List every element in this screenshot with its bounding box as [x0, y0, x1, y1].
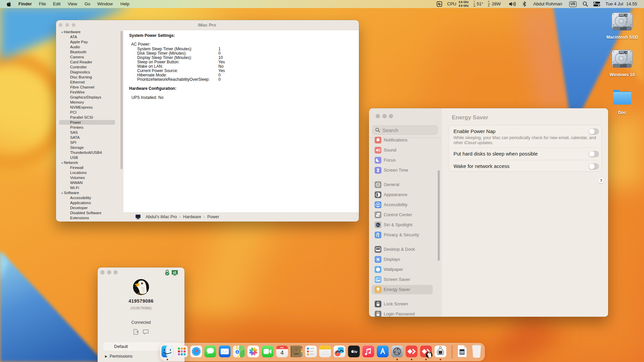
svg-text:JUL: JUL — [280, 347, 284, 349]
svg-text:4: 4 — [280, 350, 283, 356]
svg-text:tv: tv — [354, 350, 358, 354]
